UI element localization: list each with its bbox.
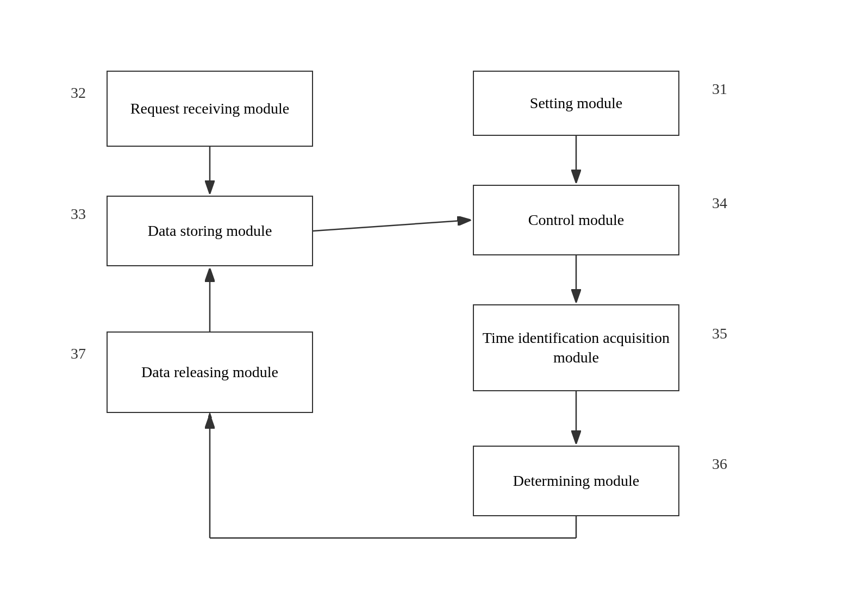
time-identification-module-box: Time identification acquisition module [473,304,679,391]
determining-module-box: Determining module [473,446,679,516]
label-36: 36 [712,455,727,473]
arrow-storing-to-control [313,220,470,231]
time-identification-module-label: Time identification acquisition module [479,328,673,368]
data-releasing-module-label: Data releasing module [141,362,278,382]
data-storing-module-label: Data storing module [148,221,272,241]
request-receiving-module-label: Request receiving module [130,99,289,118]
data-storing-module-box: Data storing module [107,196,313,266]
label-32: 32 [71,84,86,102]
determining-module-label: Determining module [513,471,640,491]
control-module-box: Control module [473,185,679,255]
setting-module-box: Setting module [473,71,679,136]
data-releasing-module-box: Data releasing module [107,331,313,413]
label-35: 35 [712,325,727,342]
label-34: 34 [712,195,727,212]
control-module-label: Control module [528,210,625,230]
label-31: 31 [712,80,727,98]
diagram: Request receiving module 32 Setting modu… [0,0,868,607]
setting-module-label: Setting module [530,93,622,113]
request-receiving-module-box: Request receiving module [107,71,313,147]
label-33: 33 [71,205,86,223]
label-37: 37 [71,345,86,362]
